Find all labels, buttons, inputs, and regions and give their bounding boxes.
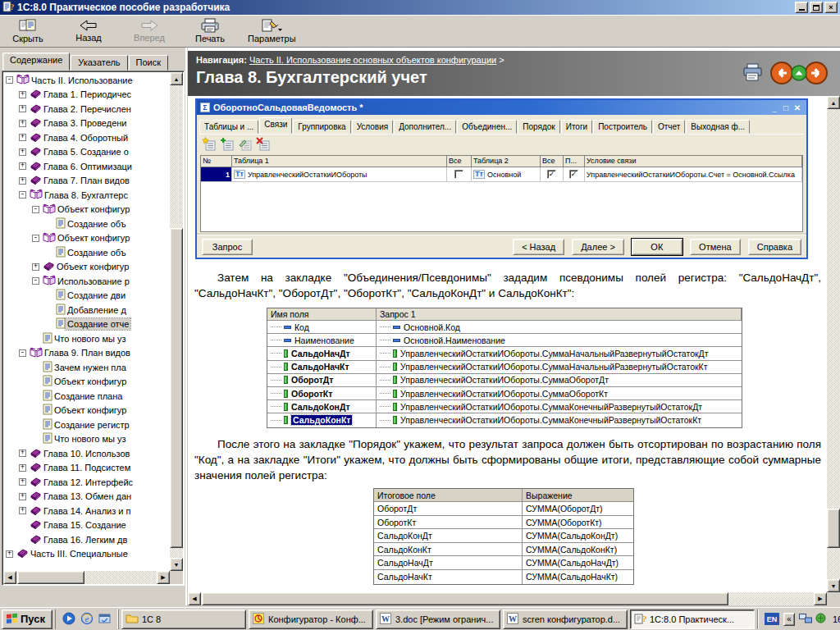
tray-collapse-button[interactable]: « xyxy=(783,613,795,626)
tree-item[interactable]: Создание объ xyxy=(4,245,169,260)
task-button[interactable]: Конфигуратор - Конф... xyxy=(249,609,373,629)
expand-icon[interactable]: + xyxy=(19,478,26,486)
expand-icon[interactable]: + xyxy=(19,134,26,141)
task-button[interactable]: W3.doc [Режим огранич... xyxy=(376,609,500,629)
tree-item[interactable]: Объект конфигур xyxy=(4,375,169,390)
scroll-up-icon[interactable]: ▲ xyxy=(170,72,183,85)
tree-item[interactable]: +Глава 6. Оптимизаци xyxy=(4,159,169,174)
scroll-left-icon[interactable]: ◀ xyxy=(3,571,16,584)
tree-item[interactable]: Объект конфигур xyxy=(4,404,169,418)
tree-item[interactable]: +Глава 2. Перечислен xyxy=(4,102,169,116)
tab-поиск[interactable]: Поиск xyxy=(129,55,168,71)
expand-icon[interactable]: + xyxy=(19,177,26,185)
print-topic-icon[interactable] xyxy=(742,63,763,84)
tree-item-label: Глава 6. Оптимизаци xyxy=(42,161,134,172)
tree-item[interactable]: -Объект конфигур xyxy=(4,231,169,246)
tree-item[interactable]: Зачем нужен пла xyxy=(4,360,169,375)
tree-item[interactable]: +Глава 10. Использов xyxy=(4,446,169,461)
collapse-icon[interactable]: - xyxy=(32,235,39,242)
tree-item[interactable]: Глава 16. Легким дв xyxy=(4,532,169,547)
scroll-down-icon[interactable]: ▼ xyxy=(827,579,840,592)
expand-icon[interactable]: + xyxy=(19,91,26,98)
tree-item[interactable]: +Глава 13. Обмен дан xyxy=(4,490,169,504)
tree-item[interactable]: +Глава 11. Подсистем xyxy=(4,461,169,476)
expand-icon[interactable]: + xyxy=(19,507,26,514)
scroll-thumb[interactable] xyxy=(202,592,728,605)
launch-shortcut-icon[interactable] xyxy=(98,613,112,626)
tree-item[interactable]: +Глава 12. Интерфейс xyxy=(4,475,169,490)
task-button[interactable]: 1С 8 xyxy=(121,609,246,629)
tree-item[interactable]: -Часть II. Использование xyxy=(4,73,169,88)
collapse-icon[interactable]: - xyxy=(19,349,26,357)
breadcrumb-link[interactable]: Часть II. Использование основных объекто… xyxy=(249,55,496,65)
minimize-button[interactable] xyxy=(795,2,808,13)
tree-item[interactable]: -Глава 8. Бухгалтерс xyxy=(4,188,169,203)
restore-button[interactable] xyxy=(810,2,823,13)
tree-item[interactable]: -Глава 9. План видов xyxy=(4,346,169,361)
close-button[interactable]: × xyxy=(824,2,838,13)
tree-item[interactable]: Добавление д xyxy=(4,303,169,317)
scroll-thumb[interactable] xyxy=(170,228,183,548)
tree-item[interactable]: +Глава 1. Периодичес xyxy=(4,88,169,103)
tree-item[interactable]: -Объект конфигур xyxy=(4,203,169,217)
tree-item[interactable]: -Использование р xyxy=(4,274,169,289)
expand-icon[interactable]: + xyxy=(19,105,26,112)
expand-icon[interactable]: + xyxy=(19,493,26,500)
tab-содержание[interactable]: Содержание xyxy=(2,52,70,71)
dotted-leader xyxy=(380,367,390,368)
task-button[interactable]: ?1С:8.0 Практическ... xyxy=(630,609,755,629)
tree-item[interactable]: +Глава 3. Проведени xyxy=(4,116,169,131)
tree-horizontal-scrollbar[interactable]: ◀ ▶ xyxy=(3,571,170,584)
scroll-down-icon[interactable]: ▼ xyxy=(170,558,183,571)
expand-icon[interactable]: + xyxy=(19,120,26,127)
tree-item[interactable]: Создание объ xyxy=(4,217,169,231)
scroll-left-icon[interactable]: ◀ xyxy=(188,592,201,605)
collapse-icon[interactable]: - xyxy=(6,76,13,84)
tree-item[interactable]: +Часть III. Специальные xyxy=(4,547,169,562)
media-player-icon[interactable] xyxy=(62,612,75,627)
expand-icon[interactable]: + xyxy=(19,148,26,156)
scroll-right-icon[interactable]: ▶ xyxy=(814,592,827,605)
toolbar-button-назад[interactable]: Назад xyxy=(66,16,112,46)
tree-item[interactable]: Создание плана xyxy=(4,389,169,404)
toolbar-button-печать[interactable]: Печать xyxy=(187,16,233,46)
tree-vertical-scrollbar[interactable]: ▲ ▼ xyxy=(170,72,183,571)
tree-item[interactable]: Создание регистр xyxy=(4,418,169,432)
scroll-thumb[interactable] xyxy=(827,509,840,548)
forward-nav-icon[interactable] xyxy=(804,61,829,87)
expand-icon[interactable]: + xyxy=(6,550,13,558)
tree-item[interactable]: Создание отче xyxy=(4,317,169,332)
language-indicator[interactable]: EN xyxy=(765,613,779,625)
network-icon[interactable] xyxy=(799,614,812,625)
expand-icon[interactable]: + xyxy=(19,162,26,170)
task-button[interactable]: Wscren конфигуратор.d... xyxy=(503,609,628,629)
toolbar-button-скрыть[interactable]: Скрыть xyxy=(5,16,51,46)
collapse-icon[interactable]: - xyxy=(32,277,39,285)
antivirus-icon[interactable] xyxy=(815,613,826,625)
internet-explorer-icon[interactable]: e xyxy=(80,612,94,627)
tree-item[interactable]: Что нового мы уз xyxy=(4,331,169,346)
tree-item[interactable]: Глава 15. Создание xyxy=(4,518,169,533)
expand-icon[interactable]: + xyxy=(19,464,26,472)
up-nav-icon[interactable] xyxy=(791,65,807,83)
start-button[interactable]: Пуск xyxy=(2,609,52,629)
tab-указатель[interactable]: Указатель xyxy=(71,55,127,71)
tree-item[interactable]: +Объект конфигур xyxy=(4,260,169,275)
window-titlebar[interactable]: ? 1С:8.0 Практическое пособие разработчи… xyxy=(0,0,840,15)
content-horizontal-scrollbar[interactable]: ◀ ▶ xyxy=(188,592,827,605)
collapse-icon[interactable]: - xyxy=(32,206,39,213)
tree-item[interactable]: +Глава 4. Оборотный xyxy=(4,130,169,145)
scroll-thumb[interactable] xyxy=(17,571,84,584)
expand-icon[interactable]: + xyxy=(32,263,39,271)
tree-item[interactable]: +Глава 7. План видов xyxy=(4,174,169,189)
tree-item[interactable]: Создание дви xyxy=(4,289,169,304)
collapse-icon[interactable]: - xyxy=(19,191,26,199)
content-vertical-scrollbar[interactable]: ▲ ▼ xyxy=(827,96,840,592)
tree-item[interactable]: Что нового мы уз xyxy=(4,432,169,447)
expand-icon[interactable]: + xyxy=(19,450,26,457)
scroll-right-icon[interactable]: ▶ xyxy=(157,571,170,584)
toolbar-button-параметры[interactable]: Параметры xyxy=(248,16,296,46)
tree-item[interactable]: +Глава 5. Создание о xyxy=(4,145,169,160)
scroll-up-icon[interactable]: ▲ xyxy=(827,96,840,109)
tree-item[interactable]: +Глава 14. Анализ и п xyxy=(4,504,169,518)
